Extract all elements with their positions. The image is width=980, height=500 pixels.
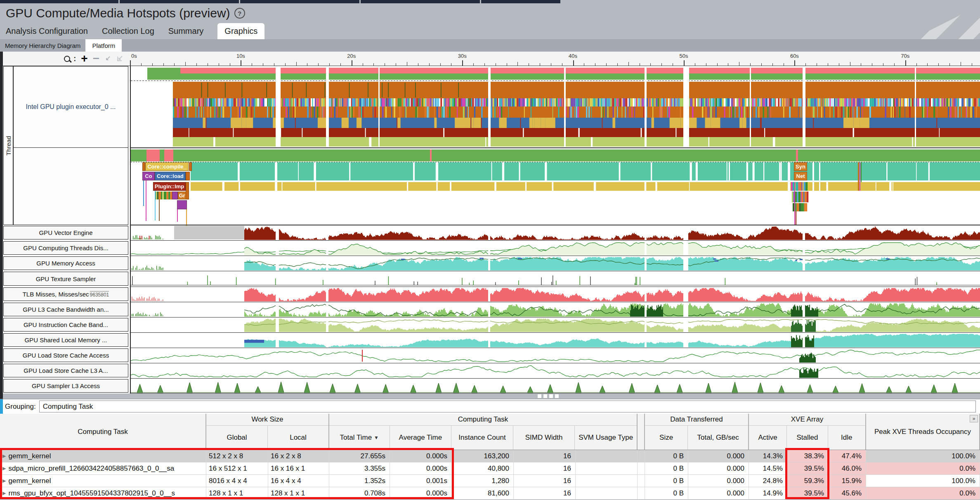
ruler-tick bbox=[396, 63, 396, 66]
column-header-idle[interactable]: Idle bbox=[828, 426, 865, 450]
ruler-tick bbox=[640, 63, 640, 66]
peak-cell: 100.0% bbox=[866, 450, 980, 462]
ruler-tick bbox=[606, 63, 607, 66]
group-header-label: Data Transferred bbox=[645, 414, 748, 426]
table-row[interactable]: ▶sdpa_micro_prefill_1266034224058857663_… bbox=[0, 462, 980, 475]
metric-row-label[interactable]: GPU Load Store Cache Access bbox=[3, 348, 128, 362]
page-title: GPU Compute/Media Hotspots (preview) bbox=[6, 6, 230, 20]
scrollbar-grip-icon[interactable] bbox=[538, 394, 559, 398]
zoom-out-button[interactable]: − bbox=[93, 53, 99, 64]
task-name-cell: ▶sdpa_micro_prefill_1266034224058857663_… bbox=[0, 462, 206, 474]
gbs-cell: 0.000 bbox=[688, 462, 749, 474]
simd-cell: 16 bbox=[514, 450, 576, 462]
ruler-tick bbox=[650, 63, 651, 66]
ruler-tick bbox=[573, 60, 574, 66]
expand-row-icon[interactable]: ▶ bbox=[2, 478, 6, 483]
stalled-cell: 38.3% bbox=[787, 450, 829, 462]
size-cell: 0 B bbox=[645, 487, 688, 499]
ruler-tick-label: 30s bbox=[458, 53, 467, 59]
grouping-combobox[interactable]: Computing Task bbox=[39, 400, 976, 412]
help-icon[interactable]: ? bbox=[234, 8, 245, 19]
tab-summary[interactable]: Summary bbox=[168, 23, 204, 39]
column-header-average-time[interactable]: Average Time bbox=[390, 426, 452, 450]
svm-cell bbox=[576, 450, 638, 462]
local-cell: 16 x 16 x 1 bbox=[268, 462, 329, 474]
ruler-tick bbox=[484, 63, 485, 66]
timeline-toolbar: : + − bbox=[0, 52, 130, 66]
gbs-cell: 0.000 bbox=[688, 487, 749, 499]
timeline-ruler[interactable]: 0s10s20s30s40s50s60s70s bbox=[130, 52, 980, 66]
tab-graphics[interactable]: Graphics bbox=[217, 23, 264, 39]
svm-cell bbox=[576, 462, 638, 474]
table-row[interactable]: ▶gemm_kernel512 x 2 x 816 x 2 x 827.655s… bbox=[0, 450, 980, 462]
metric-row-label[interactable]: GPU Vector Engine bbox=[3, 226, 128, 239]
stalled-cell: 59.3% bbox=[787, 475, 829, 487]
column-header-global[interactable]: Global bbox=[206, 426, 268, 450]
avg-cell: 0.000s bbox=[390, 487, 452, 499]
thread-row-label[interactable]: Intel GPU plugin executor_0 ... bbox=[13, 66, 128, 148]
group-header-label: Computing Task bbox=[329, 414, 637, 426]
tab-collection-log[interactable]: Collection Log bbox=[102, 23, 154, 39]
column-header-active[interactable]: Active bbox=[749, 426, 787, 450]
column-header-computing-task[interactable]: Computing Task bbox=[0, 414, 206, 450]
zoom-selection-icon[interactable] bbox=[104, 55, 111, 62]
ruler-tick bbox=[805, 63, 806, 66]
tlb-value-annotation: 9635801 bbox=[90, 291, 109, 298]
ruler-tick bbox=[706, 63, 706, 66]
metric-row-label[interactable]: GPU Load Store Cache L3 A... bbox=[3, 364, 128, 377]
ruler-tick-label: 50s bbox=[680, 53, 688, 59]
ruler-tick bbox=[894, 63, 895, 66]
expand-row-icon[interactable]: ▶ bbox=[2, 453, 6, 459]
timeline-chart-area[interactable] bbox=[130, 66, 980, 393]
metric-row-label[interactable]: GPU Instruction Cache Band... bbox=[3, 318, 128, 332]
ruler-tick bbox=[296, 62, 297, 66]
header: GPU Compute/Media Hotspots (preview) ? bbox=[0, 3, 980, 23]
expand-row-icon[interactable]: ▶ bbox=[2, 491, 6, 496]
metric-row-label[interactable]: GPU Memory Access bbox=[3, 256, 128, 270]
metric-row-label[interactable]: GPU L3 Cache Bandwidth an... bbox=[3, 303, 128, 316]
expand-row-icon[interactable]: ▶ bbox=[2, 466, 6, 471]
metric-row-label[interactable]: GPU Sampler L3 Access bbox=[3, 379, 128, 393]
column-header-svm-usage-type[interactable]: SVM Usage Type bbox=[575, 426, 637, 450]
ruler-tick bbox=[772, 63, 773, 66]
ruler-tick-label: 40s bbox=[569, 53, 577, 59]
ruler-tick bbox=[595, 63, 595, 66]
ruler-tick bbox=[728, 63, 728, 66]
active-cell: 24.8% bbox=[749, 475, 787, 487]
column-header-total-gb-sec[interactable]: Total, GB/sec bbox=[688, 426, 748, 450]
svm-cell bbox=[576, 487, 638, 499]
tab-analysis-configuration[interactable]: Analysis Configuration bbox=[6, 23, 88, 39]
ruler-tick bbox=[219, 63, 219, 66]
column-header-simd-width[interactable]: SIMD Width bbox=[513, 426, 575, 450]
size-cell: 0 B bbox=[645, 450, 688, 462]
zoom-fit-icon[interactable] bbox=[116, 55, 123, 62]
ruler-tick bbox=[883, 63, 883, 66]
metric-row-label[interactable]: TLB Misses, Misses/sec9635801 bbox=[3, 287, 128, 301]
total-cell: 1.352s bbox=[329, 475, 390, 487]
ruler-tick bbox=[584, 63, 584, 66]
column-header-instance-count[interactable]: Instance Count bbox=[451, 426, 513, 450]
zoom-in-button[interactable]: + bbox=[81, 53, 87, 64]
timeline-scrollbar[interactable] bbox=[0, 393, 980, 399]
subtab-memory-hierarchy-diagram[interactable]: Memory Hierarchy Diagram bbox=[0, 39, 85, 52]
peak-cell: 0.0% bbox=[866, 462, 980, 474]
gbs-cell: 0.000 bbox=[688, 475, 749, 487]
ruler-tick bbox=[407, 62, 407, 66]
column-header-stalled[interactable]: Stalled bbox=[787, 426, 828, 450]
local-cell: 128 x 1 x 1 bbox=[268, 487, 329, 499]
column-header-total-time[interactable]: Total Time▼ bbox=[329, 426, 390, 450]
ruler-tick bbox=[252, 63, 252, 66]
metric-row-label[interactable]: GPU Computing Threads Dis... bbox=[3, 241, 128, 255]
more-columns-button[interactable]: » bbox=[970, 415, 978, 422]
column-header-size[interactable]: Size bbox=[645, 426, 688, 450]
subtab-platform[interactable]: Platform bbox=[85, 39, 122, 52]
column-header-local[interactable]: Local bbox=[268, 426, 328, 450]
total-cell: 3.355s bbox=[329, 462, 390, 474]
table-row[interactable]: ▶rms_gpu_bfyx_opt_10455591504337802915_0… bbox=[0, 487, 980, 500]
stalled-cell: 39.5% bbox=[787, 462, 829, 474]
table-row[interactable]: ▶gemm_kernel8016 x 4 x 416 x 4 x 41.352s… bbox=[0, 475, 980, 487]
metric-row-label[interactable]: GPU Shared Local Memory ... bbox=[3, 333, 128, 347]
column-header-peak-xve-threads-occupancy[interactable]: Peak XVE Threads Occupancy» bbox=[866, 414, 980, 450]
metric-row-label[interactable]: GPU Texture Sampler bbox=[3, 272, 128, 286]
thread-row-label[interactable] bbox=[13, 147, 128, 225]
